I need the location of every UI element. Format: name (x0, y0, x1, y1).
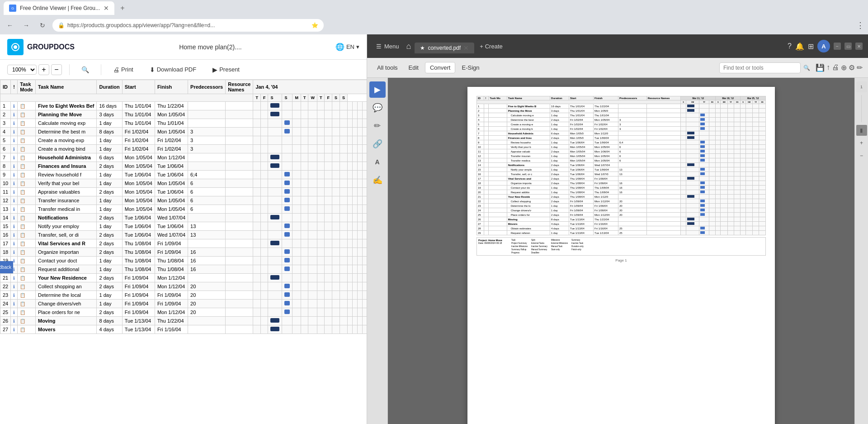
zoom-out-button[interactable]: − (51, 64, 62, 75)
pdf-search-icon[interactable]: 🔍 (803, 65, 810, 71)
pdf-file-tab[interactable]: ★ converted.pdf ✕ (415, 43, 474, 53)
pdf-gantt-cell (699, 136, 709, 140)
search-button[interactable]: 🔍 (77, 64, 94, 75)
project-table-container[interactable]: ID ! Task Mode Task Name Duration Start … (0, 80, 367, 424)
lang-label: EN (346, 43, 354, 50)
bell-icon[interactable]: 🔔 (795, 42, 804, 51)
pdf-content-area[interactable]: ID ! Task Mo Task Name Duration Start Fi… (388, 78, 854, 424)
feedback-tab[interactable]: Feedback (0, 261, 13, 273)
pdf-create-button[interactable]: + Create (480, 43, 503, 50)
pdf-tab-close[interactable]: ✕ (463, 44, 469, 52)
pdf-search-input[interactable] (719, 62, 801, 73)
zoom-in-button[interactable]: + (38, 64, 49, 75)
pdf-gantt-cell (709, 136, 716, 140)
pdf-toolbar-right-icons: 💾 ↑ 🖨 ⊕ ⚙ ✏ (816, 63, 863, 72)
groupdocs-file-name: Home move plan(2).... (85, 43, 335, 51)
pdf-gantt-cell (686, 158, 699, 163)
e-sign-button[interactable]: E-Sign (457, 62, 484, 73)
pdf-cell-id: 26 (477, 217, 484, 222)
gantt-cell (308, 222, 317, 231)
pdf-gantt-cell (699, 172, 709, 176)
gantt-cell (317, 145, 325, 153)
cursor-tool-button[interactable]: ▶ (369, 81, 386, 98)
back-button[interactable]: ← (4, 19, 16, 32)
gantt-cell (308, 128, 317, 136)
link-tool-button[interactable]: 🔗 (369, 136, 386, 152)
pdf-cell-mode (489, 109, 507, 113)
refresh-button[interactable]: ↻ (36, 19, 49, 32)
pdf-page-thumb-1[interactable]: 1 (856, 81, 867, 92)
pdf-gantt-cell (741, 113, 745, 118)
cell-pred (188, 110, 226, 119)
cell-start: Tue 1/06/04 (122, 231, 155, 239)
convert-button[interactable]: Convert (425, 62, 456, 73)
pdf-print-icon[interactable]: 🖨 (832, 63, 839, 72)
pdf-zoom-icon[interactable]: ⊕ (841, 63, 847, 72)
tab-close-button[interactable]: ✕ (104, 5, 109, 12)
pdf-day-s2: SM (745, 100, 753, 104)
cell-pred: 6 (188, 196, 226, 205)
edit-button[interactable]: Edit (404, 62, 423, 73)
help-icon[interactable]: ? (788, 42, 792, 50)
zoom-select[interactable]: 100% 75% 50% 150% (7, 65, 37, 75)
pdf-gantt-cell (721, 208, 728, 213)
gantt-cell (260, 128, 268, 136)
pdf-settings-icon[interactable]: ⚙ (849, 63, 855, 72)
pdf-scroll-thumb[interactable]: ▮ (856, 125, 867, 136)
pdf-gantt-cell (759, 217, 766, 222)
forward-button[interactable]: → (20, 19, 33, 32)
download-pdf-button[interactable]: ⬇ Download PDF (145, 64, 201, 75)
gantt-cell (260, 231, 268, 239)
legend-milestone: Milestone (551, 239, 568, 241)
cell-info: ℹ (11, 205, 18, 214)
gantt-cell (347, 248, 352, 257)
text-tool-button[interactable]: A (369, 154, 386, 170)
pdf-day-s: S (681, 100, 686, 104)
pdf-table-row: 11 Appraise valuab 2 days Mon 1/05/04 Mo… (477, 149, 766, 154)
cell-finish: Mon 1/05/04 (155, 179, 188, 188)
browser-menu-button[interactable]: ⋮ (856, 20, 864, 30)
gantt-cell (301, 239, 308, 248)
grid-icon[interactable]: ⊞ (808, 42, 814, 51)
new-tab-button[interactable]: + (116, 2, 129, 14)
comment-tool-button[interactable]: 💬 (369, 100, 386, 116)
cell-duration: 1 day (97, 205, 122, 214)
language-selector[interactable]: 🌐 EN ▾ (335, 43, 359, 51)
pdf-gantt-cell (753, 109, 759, 113)
draw-tool-button[interactable]: ✏ (369, 118, 386, 134)
present-button[interactable]: ▶ Present (208, 64, 244, 75)
active-tab[interactable]: G Free Online Viewer | Free Grou... ✕ (4, 1, 114, 15)
cell-pred: 16 (188, 257, 226, 265)
gantt-cell (357, 282, 362, 291)
close-button[interactable]: ✕ (855, 43, 863, 50)
pdf-gantt-cell (716, 186, 721, 190)
pdf-gantt-cell (734, 222, 741, 226)
cell-finish: Tue 1/06/04 (155, 188, 188, 196)
restore-button[interactable]: ▭ (844, 43, 852, 50)
gantt-cell (362, 257, 367, 265)
user-avatar[interactable]: A (817, 40, 830, 52)
gantt-cell (282, 265, 292, 274)
gantt-cell (340, 308, 347, 317)
pdf-cell-start: Fri 1/09/04 (569, 199, 593, 204)
minimize-button[interactable]: − (834, 43, 841, 50)
gantt-cell (340, 291, 347, 300)
gantt-cell (308, 145, 317, 153)
signature-tool-button[interactable]: ✍ (369, 172, 386, 188)
print-button[interactable]: 🖨 Print (108, 64, 138, 75)
all-tools-button[interactable]: All tools (373, 62, 402, 73)
pdf-save-icon[interactable]: 💾 (816, 63, 825, 72)
pdf-pen-icon[interactable]: ✏ (857, 63, 863, 72)
gantt-cell (260, 274, 268, 282)
pdf-home-button[interactable]: ⌂ (406, 42, 411, 51)
gantt-cell (347, 145, 352, 153)
pdf-zoom-in-right[interactable]: + (856, 138, 867, 148)
pdf-menu-button[interactable]: ☰ Menu (373, 41, 403, 52)
address-bar[interactable]: 🔒 https://products.groupdocs.app/viewer/… (52, 19, 324, 32)
cell-mode: 📋 (18, 205, 36, 214)
pdf-cell-info (484, 172, 489, 176)
pdf-share-icon[interactable]: ↑ (826, 63, 830, 72)
pdf-gantt-cell (734, 104, 741, 109)
pdf-gantt-cell (741, 186, 745, 190)
pdf-zoom-out-right[interactable]: − (856, 150, 867, 161)
